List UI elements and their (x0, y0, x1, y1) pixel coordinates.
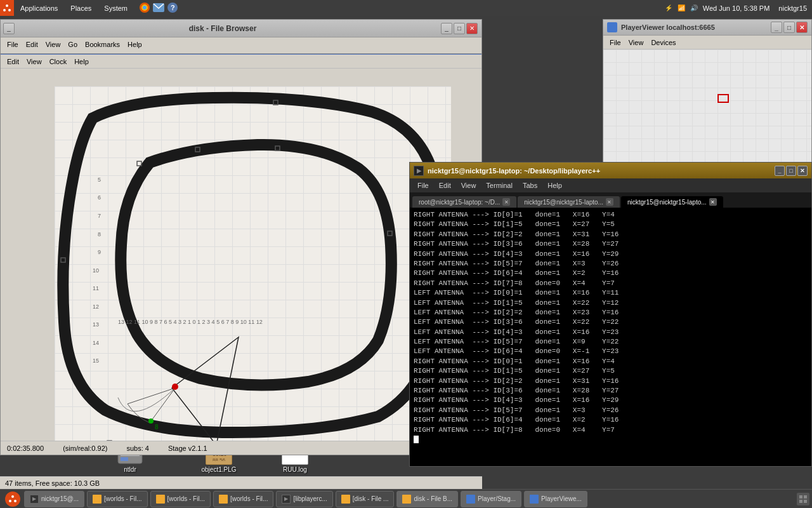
terminal-tab-0[interactable]: root@nicktgr15-laptop: ~/D... ✕ (412, 196, 516, 208)
terminal-line: LEFT ANTENNA ---> ID[1]=5 done=1 X=22 Y=… (414, 298, 808, 308)
fb-menu-go[interactable]: Go (64, 39, 81, 50)
terminal-close-button[interactable]: ✕ (797, 166, 808, 176)
bottom-item-2-label: [worlds - Fil... (167, 495, 205, 502)
bottom-item-0-label: nicktgr15@... (41, 495, 79, 502)
volume-icon: 🔊 (690, 4, 698, 11)
bottom-item-libplayer[interactable]: ▶ [libplayerc... (276, 491, 332, 507)
file-browser-titlebar: _ disk - File Browser _ □ ✕ (1, 20, 481, 37)
y-axis-label-14: 14 (93, 340, 99, 346)
terminal-line: RIGHT ANTENNA ---> ID[3]=6 done=1 X=28 Y… (414, 386, 808, 396)
bottom-item-disk-fb[interactable]: disk - File B... (396, 491, 458, 507)
svg-point-6 (143, 6, 147, 10)
svg-rect-20 (799, 495, 802, 498)
svg-text:?: ? (171, 4, 175, 11)
ps-menu-help[interactable]: Help (70, 57, 93, 67)
terminal-tab-2[interactable]: nicktgr15@nicktgr15-lapto... ✕ (621, 196, 723, 208)
terminal-title: nicktgr15@nicktgr15-laptop: ~/Desktop/li… (428, 167, 775, 175)
ubuntu-logo[interactable] (0, 0, 14, 16)
term-menu-file[interactable]: File (412, 180, 434, 190)
robot-center (172, 384, 178, 390)
terminal-line: RIGHT ANTENNA ---> ID[4]=3 done=1 X=16 Y… (414, 396, 808, 405)
term-menu-view[interactable]: View (456, 180, 481, 190)
y-axis-label-6: 6 (98, 194, 101, 201)
bottom-taskbar: ▶ nicktgr15@... [worlds - Fil... [worlds… (0, 489, 812, 508)
term-tab-0-close[interactable]: ✕ (502, 198, 510, 206)
pv-menu-view[interactable]: View (625, 37, 648, 48)
show-desktop-button[interactable] (797, 493, 809, 505)
y-axis-label-10: 10 (93, 267, 99, 274)
fb-close-btn[interactable]: ✕ (466, 23, 478, 34)
svg-point-3 (8, 9, 11, 11)
status-sim: (sim/real:0.92) (63, 444, 107, 452)
fb-menu-edit[interactable]: Edit (22, 39, 42, 50)
term-tab-1-label: nicktgr15@nicktgr15-lapto... (524, 199, 603, 206)
pv-menu-file[interactable]: File (606, 37, 625, 48)
bottom-item-nicktgr15[interactable]: ▶ nicktgr15@... (24, 491, 84, 507)
bottom-item-worlds-1[interactable]: [worlds - Fil... (87, 491, 147, 507)
taskbar-applications[interactable]: Applications (14, 0, 64, 16)
help-icon[interactable]: ? (167, 2, 178, 15)
firefox-icon[interactable] (139, 2, 150, 15)
terminal-content-area[interactable]: RIGHT ANTENNA ---> ID[0]=1 done=1 X=16 Y… (410, 208, 811, 466)
bottom-item-player-stage[interactable]: Player/Stag... (461, 491, 521, 507)
fb-minimize-button[interactable]: _ (3, 23, 15, 34)
term-menu-help[interactable]: Help (542, 180, 567, 190)
email-icon[interactable] (153, 3, 164, 14)
term-tab-1-close[interactable]: ✕ (606, 198, 613, 206)
ps-menu-clock[interactable]: Clock (46, 57, 71, 67)
terminal-line: RIGHT ANTENNA ---> ID[2]=2 done=1 X=31 Y… (414, 230, 808, 239)
term-menu-tabs[interactable]: Tabs (518, 180, 542, 190)
bottom-item-worlds-3[interactable]: [worlds - Fil... (213, 491, 273, 507)
bottom-item-player-viewer[interactable]: PlayerViewe... (524, 491, 587, 507)
fb-menu-help[interactable]: Help (124, 39, 146, 50)
pv-menubar: File View Devices (603, 36, 811, 50)
terminal-minimize-button[interactable]: _ (775, 166, 785, 176)
ps-menu-edit[interactable]: Edit (3, 57, 23, 67)
fb-min-btn[interactable]: _ (441, 23, 452, 34)
fb-max-btn[interactable]: □ (454, 23, 465, 34)
taskbar-places[interactable]: Places (64, 0, 98, 16)
fb-menu-bookmarks[interactable]: Bookmarks (81, 39, 124, 50)
svg-rect-22 (799, 500, 802, 503)
svg-point-18 (9, 500, 11, 502)
terminal-tab-1[interactable]: nicktgr15@nicktgr15-lapto... ✕ (518, 196, 620, 208)
status-subs: subs: 4 (126, 444, 148, 452)
pv-titlebar: PlayerViewer localhost:6665 _ □ ✕ (603, 20, 811, 36)
fb-menu-file[interactable]: File (3, 39, 22, 50)
file-browser-window: _ disk - File Browser _ □ ✕ File Edit Vi… (0, 19, 482, 54)
terminal-window: ▶ nicktgr15@nicktgr15-laptop: ~/Desktop/… (409, 162, 812, 467)
terminal-line: RIGHT ANTENNA ---> ID[4]=3 done=1 X=16 Y… (414, 250, 808, 259)
y-axis-label-7: 7 (98, 213, 101, 219)
bottom-item-disk-file[interactable]: [disk - File ... (336, 491, 395, 507)
terminal-maximize-button[interactable]: □ (786, 166, 796, 176)
pv-title: PlayerViewer localhost:6665 (621, 23, 771, 31)
terminal-menubar: File Edit View Terminal Tabs Help (410, 178, 811, 192)
bottom-item-worlds-2[interactable]: [worlds - Fil... (150, 491, 211, 507)
pv-close-button[interactable]: ✕ (796, 22, 808, 33)
pv-app-icon (607, 22, 617, 32)
terminal-tabs-bar: root@nicktgr15-laptop: ~/D... ✕ nicktgr1… (410, 192, 811, 208)
taskbar-system[interactable]: System (98, 0, 134, 16)
ruu-label: RUU.log (283, 466, 307, 473)
terminal-line: RIGHT ANTENNA ---> ID[5]=7 done=1 X=3 Y=… (414, 259, 808, 269)
terminal-line: LEFT ANTENNA ---> ID[5]=7 done=1 X=9 Y=2… (414, 337, 808, 347)
terminal-line: LEFT ANTENNA ---> ID[6]=4 done=0 X=-1 Y=… (414, 347, 808, 356)
fb-menu-view[interactable]: View (42, 39, 65, 50)
term-tab-2-close[interactable]: ✕ (709, 198, 717, 206)
pv-minimize-button[interactable]: _ (771, 22, 782, 33)
file-browser-menubar: File Edit View Go Bookmarks Help (1, 37, 481, 51)
pv-robot-rect (717, 94, 729, 103)
y-axis-label-8: 8 (98, 231, 101, 237)
term-menu-edit[interactable]: Edit (434, 180, 456, 190)
terminal-line: RIGHT ANTENNA ---> ID[2]=2 done=1 X=31 Y… (414, 377, 808, 386)
term-menu-terminal[interactable]: Terminal (481, 180, 518, 190)
terminal-cursor (414, 436, 419, 443)
bottom-item-1-label: [worlds - Fil... (104, 495, 141, 502)
pv-menu-devices[interactable]: Devices (647, 37, 679, 48)
bottom-item-3-label: [worlds - Fil... (230, 495, 268, 502)
pv-maximize-button[interactable]: □ (783, 22, 795, 33)
world-canvas-container: 5 6 7 8 9 10 11 12 13 14 15 13 12 11 10 … (55, 86, 451, 445)
ps-menu-view[interactable]: View (23, 57, 46, 67)
svg-point-17 (11, 495, 14, 498)
terminal-line: RIGHT ANTENNA ---> ID[0]=1 done=1 X=16 Y… (414, 357, 808, 366)
